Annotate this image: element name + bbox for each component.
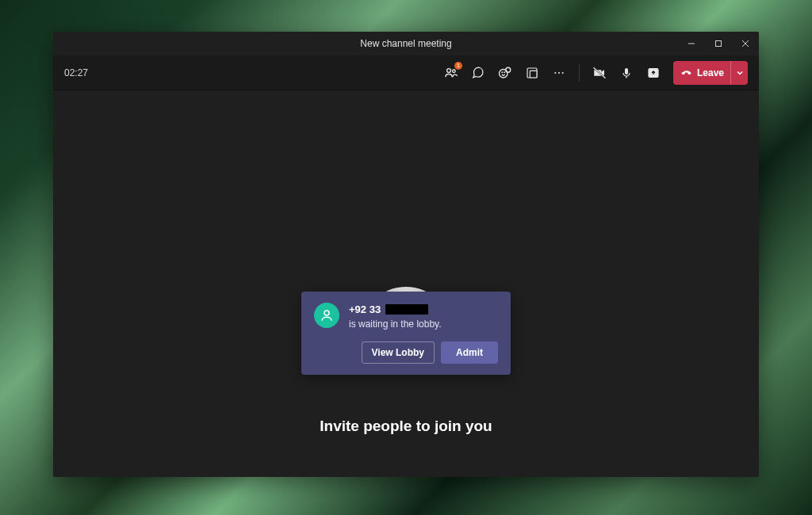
svg-point-5: [453, 69, 456, 72]
meeting-toolbar: 02:27 1: [53, 55, 759, 90]
leave-main[interactable]: Leave: [673, 61, 730, 85]
rooms-button[interactable]: [520, 61, 544, 85]
lobby-waiting-text: is waiting in the lobby.: [349, 318, 498, 330]
lobby-toast: +92 33 is waiting in the lobby. View Lob…: [301, 292, 511, 375]
titlebar: New channel meeting: [53, 32, 759, 55]
leave-caret[interactable]: [730, 61, 748, 85]
minimize-button[interactable]: [678, 32, 705, 55]
svg-point-9: [506, 67, 511, 72]
chat-button[interactable]: [466, 61, 490, 85]
svg-point-20: [324, 311, 329, 315]
svg-rect-11: [530, 71, 537, 78]
svg-point-7: [502, 71, 503, 72]
toolbar-separator: [579, 64, 580, 82]
people-button[interactable]: 1: [439, 61, 463, 85]
svg-point-4: [447, 68, 451, 72]
more-button[interactable]: [547, 61, 571, 85]
window-title: New channel meeting: [360, 38, 451, 49]
hangup-icon: [681, 67, 692, 78]
leave-button[interactable]: Leave: [673, 61, 748, 85]
camera-button[interactable]: [588, 61, 611, 85]
svg-point-13: [558, 71, 560, 73]
meeting-stage: +92 33 is waiting in the lobby. View Lob…: [53, 90, 759, 477]
redacted-number: [385, 304, 428, 315]
people-badge: 1: [454, 62, 462, 70]
svg-rect-17: [625, 68, 628, 74]
view-lobby-button[interactable]: View Lobby: [362, 341, 435, 364]
admit-button[interactable]: Admit: [441, 341, 498, 364]
window-controls: [678, 32, 759, 55]
svg-rect-1: [716, 41, 722, 47]
maximize-button[interactable]: [705, 32, 732, 55]
reactions-button[interactable]: [493, 61, 517, 85]
leave-label: Leave: [697, 67, 724, 78]
close-button[interactable]: [732, 32, 759, 55]
meeting-window: New channel meeting 02:27 1: [53, 32, 759, 477]
svg-point-12: [554, 71, 556, 73]
mic-button[interactable]: [615, 61, 638, 85]
svg-point-8: [504, 71, 505, 72]
call-timer: 02:27: [64, 67, 88, 78]
svg-point-14: [562, 71, 564, 73]
caller-avatar: [314, 303, 339, 328]
caller-number: +92 33: [349, 303, 381, 317]
share-button[interactable]: [642, 61, 665, 85]
invite-heading: Invite people to join you: [320, 418, 492, 435]
